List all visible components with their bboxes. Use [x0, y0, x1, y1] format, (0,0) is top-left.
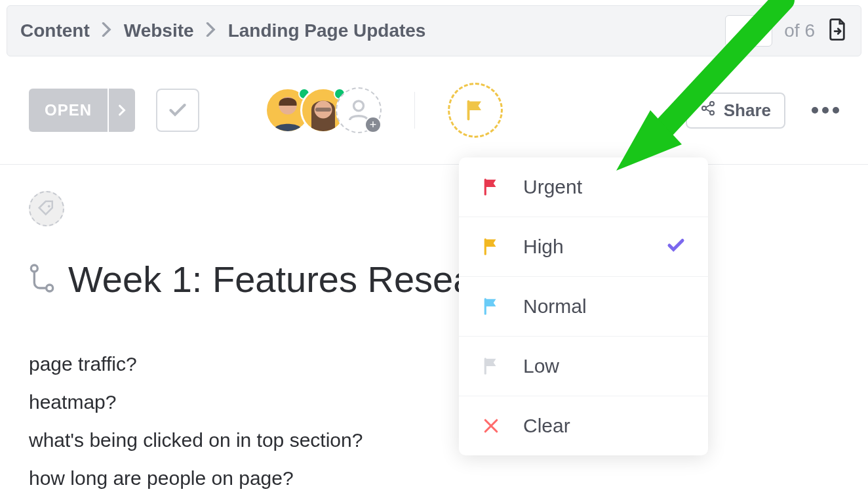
task-content: Week 1: Features Resea page traffic? hea…: [0, 165, 868, 500]
flag-icon: [481, 177, 501, 197]
priority-label: Urgent: [523, 176, 686, 198]
svg-point-3: [354, 101, 364, 111]
task-title[interactable]: Week 1: Features Resea: [68, 258, 473, 301]
assignees: +: [265, 87, 382, 133]
svg-point-5: [710, 102, 714, 106]
priority-label: High: [523, 236, 666, 258]
body-line: heatmap?: [29, 391, 839, 413]
flag-icon: [481, 237, 501, 257]
plus-icon: +: [365, 116, 382, 133]
selected-check-icon: [666, 236, 686, 258]
status-open-button[interactable]: OPEN: [29, 89, 108, 132]
subtask-icon: [29, 262, 55, 297]
body-line: what's being clicked on in top section?: [29, 429, 839, 451]
breadcrumb-item[interactable]: Landing Page Updates: [228, 20, 426, 41]
task-toolbar: OPEN + Share: [0, 56, 868, 165]
svg-rect-2: [315, 108, 331, 112]
body-line: page traffic?: [29, 353, 839, 375]
divider: [414, 92, 415, 129]
priority-label: Low: [523, 355, 686, 377]
priority-label: Normal: [523, 295, 686, 318]
priority-flag-button[interactable]: [448, 83, 503, 138]
svg-point-9: [47, 285, 53, 291]
svg-point-7: [48, 205, 50, 207]
svg-point-6: [710, 111, 714, 115]
breadcrumb-item[interactable]: Website: [124, 20, 194, 41]
priority-menu: Urgent High Normal Low Clear: [459, 157, 708, 455]
chevron-right-icon: [102, 22, 112, 40]
priority-option-clear[interactable]: Clear: [459, 396, 708, 455]
svg-point-8: [31, 265, 37, 272]
complete-task-button[interactable]: [156, 89, 199, 132]
page-total-label: of 6: [784, 20, 815, 41]
page-number-input[interactable]: [725, 15, 772, 47]
breadcrumb-item[interactable]: Content: [20, 20, 90, 41]
status-dropdown-button[interactable]: [109, 89, 135, 132]
breadcrumb-bar: Content Website Landing Page Updates of …: [7, 5, 861, 56]
more-menu-button[interactable]: [812, 107, 839, 114]
priority-option-urgent[interactable]: Urgent: [459, 157, 708, 217]
task-description[interactable]: page traffic? heatmap? what's being clic…: [29, 353, 839, 490]
share-label: Share: [724, 100, 771, 121]
share-icon: [700, 100, 716, 121]
flag-icon: [481, 356, 501, 376]
document-forward-icon[interactable]: [827, 18, 848, 44]
share-button[interactable]: Share: [686, 93, 785, 129]
priority-option-high[interactable]: High: [459, 217, 708, 277]
chevron-right-icon: [206, 22, 216, 40]
add-tag-button[interactable]: [29, 191, 64, 226]
close-icon: [481, 416, 501, 436]
priority-option-low[interactable]: Low: [459, 337, 708, 396]
priority-option-normal[interactable]: Normal: [459, 277, 708, 337]
body-line: how long are people on page?: [29, 467, 839, 490]
svg-point-4: [702, 106, 706, 110]
priority-label: Clear: [523, 415, 686, 437]
flag-icon: [481, 297, 501, 316]
add-assignee-button[interactable]: +: [336, 87, 382, 133]
